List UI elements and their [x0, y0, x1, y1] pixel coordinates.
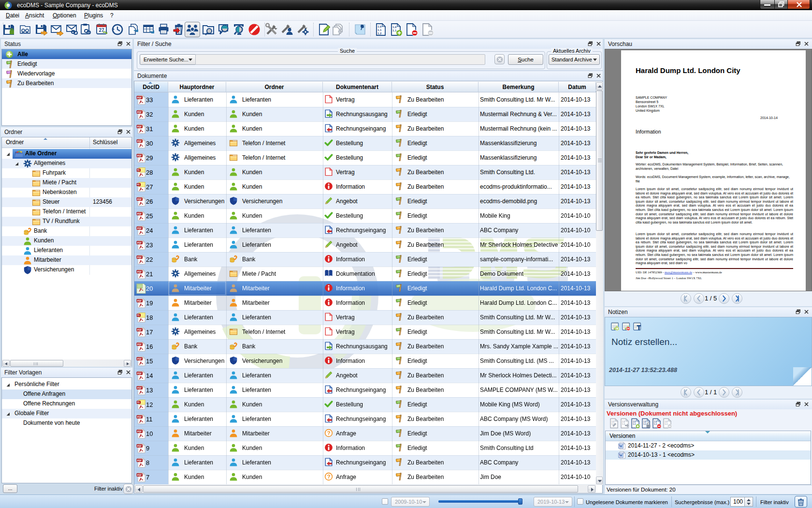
svg-text:1.1: 1.1 [392, 29, 397, 32]
svg-text:1.0: 1.0 [392, 26, 397, 29]
svg-text:1.1: 1.1 [377, 29, 382, 31]
svg-text:1.2: 1.2 [377, 32, 382, 35]
svg-text:1.1: 1.1 [654, 423, 657, 425]
svg-text:1.1: 1.1 [633, 423, 636, 425]
svg-text:1.1: 1.1 [643, 423, 647, 425]
svg-text:1.1: 1.1 [665, 423, 668, 425]
svg-text:1.1: 1.1 [622, 423, 625, 425]
svg-text:1.0: 1.0 [377, 25, 382, 28]
